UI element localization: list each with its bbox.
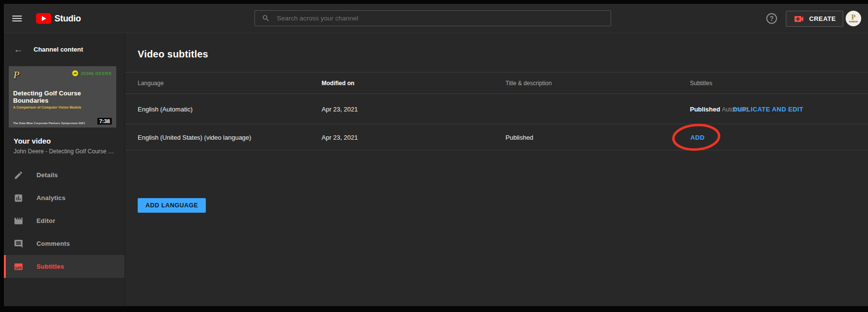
create-button-label: CREATE [809,15,836,22]
page-title: Video subtitles [126,33,868,60]
studio-wordmark: Studio [54,14,81,24]
row-language: English (Automatic) [138,105,193,112]
column-header-language[interactable]: Language [138,80,163,87]
avatar-purdue-letter: P [851,15,856,20]
column-header-subtitles[interactable]: Subtitles [690,80,712,87]
thumbnail-credit: The Data Mine Corporate Partners Symposi… [13,122,85,125]
create-button[interactable]: CREATE [786,11,843,27]
row-language: English (United States) (video language) [138,133,251,141]
sidebar-item-label: Analytics [36,194,66,202]
sidebar-item-subtitles[interactable]: Subtitles [4,255,125,278]
john-deere-logo-icon [72,70,78,76]
back-arrow-icon[interactable]: ← [14,45,23,54]
subtitles-status-published: Published [690,105,720,112]
column-header-title-description[interactable]: Title & description [506,80,552,87]
table-row[interactable]: English (Automatic) Apr 23, 2021 Publish… [126,94,868,124]
channel-avatar[interactable]: P PURDUE [846,11,861,26]
clapperboard-icon [14,216,23,226]
john-deere-wordmark: JOHN DEERE [80,71,112,76]
row-title-description: Published [506,133,533,141]
avatar-purdue-text: PURDUE [849,20,858,23]
bottom-frame-strip [0,306,868,312]
sidebar-item-label: Editor [36,217,55,224]
duplicate-and-edit-link[interactable]: DUPLICATE AND EDIT [733,105,803,112]
sidebar: ← Channel content P JOHN DEERE Detecting… [4,33,125,306]
video-title-text: John Deere - Detecting Golf Course … [14,148,117,155]
table-header-row: Language Modified on Title & description… [126,73,868,94]
video-thumbnail[interactable]: P JOHN DEERE Detecting Golf Course Bound… [9,66,116,128]
back-label[interactable]: Channel content [34,46,83,53]
purdue-logo: P [13,70,19,80]
row-modified-date: Apr 23, 2021 [322,133,358,141]
search-bar[interactable] [254,10,611,26]
video-camera-plus-icon [793,13,805,25]
search-input[interactable] [277,15,611,22]
youtube-studio-window: Studio ? CREATE P PURDUE ← Channel conte… [4,4,868,306]
add-language-button[interactable]: ADD LANGUAGE [138,198,206,213]
add-subtitles-link[interactable]: ADD [690,133,705,141]
youtube-logo-icon[interactable] [36,13,51,24]
help-icon[interactable]: ? [766,13,777,24]
row-modified-date: Apr 23, 2021 [322,105,358,112]
subtitles-icon [14,262,23,272]
sidebar-item-label: Comments [36,240,70,247]
thumbnail-subtitle: A Comparison of Computer Vision Models [13,106,112,109]
table-row[interactable]: English (United States) (video language)… [126,124,868,150]
sidebar-item-label: Details [36,171,58,179]
search-icon [262,14,270,22]
column-header-modified-on[interactable]: Modified on [322,80,354,87]
comment-icon [14,239,23,249]
your-video-heading: Your video [14,137,51,145]
sidebar-menu: Details Analytics Editor Comments [4,164,125,278]
sidebar-item-label: Subtitles [36,263,64,270]
sidebar-item-comments[interactable]: Comments [4,232,125,255]
sidebar-item-details[interactable]: Details [4,164,125,186]
video-duration-badge: 7:38 [97,118,112,125]
sidebar-item-editor[interactable]: Editor [4,209,125,232]
bar-chart-icon [14,193,23,203]
main-content: Video subtitles Language Modified on Tit… [126,33,868,306]
sidebar-item-analytics[interactable]: Analytics [4,186,125,209]
top-bar: Studio ? CREATE P PURDUE [4,4,868,33]
thumbnail-title: Detecting Golf Course Boundaries [13,90,112,104]
pencil-icon [14,170,23,180]
hamburger-menu-icon[interactable] [12,14,22,23]
